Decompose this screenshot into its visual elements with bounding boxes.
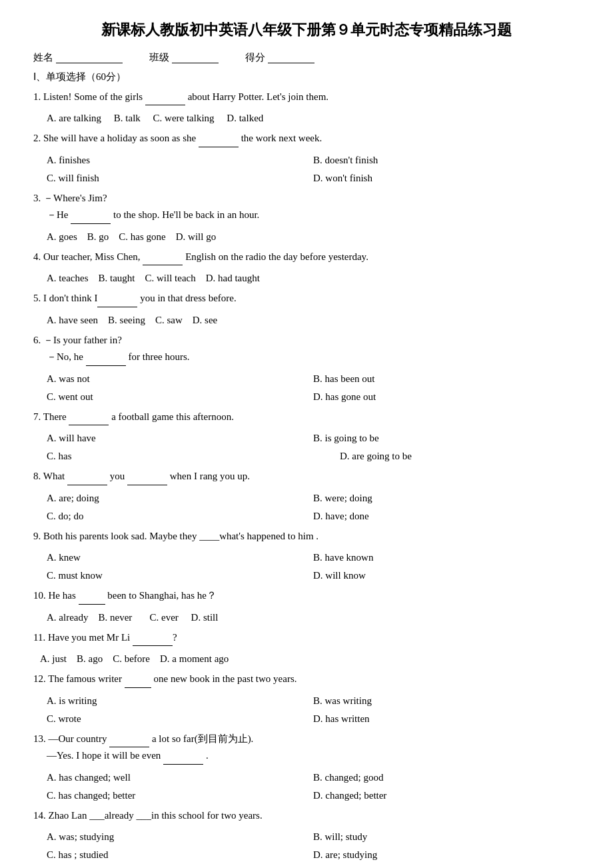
question-2: 2. She will have a holiday as soon as sh… — [33, 130, 580, 147]
section-title: Ⅰ、单项选择（60分） — [33, 71, 580, 83]
question-5: 5. I don't think I you in that dress bef… — [33, 290, 580, 307]
q8-options: A. are; doingB. were; doing C. do; doD. … — [47, 489, 580, 525]
question-12: 12. The famous writer one new book in th… — [33, 671, 580, 688]
question-1: 1. Listen! Some of the girls about Harry… — [33, 89, 580, 106]
q13-options: A. has changed; wellB. changed; good C. … — [47, 769, 580, 805]
q10-options: A. already B. never C. ever D. still — [47, 609, 580, 627]
q11-options: A. just B. ago C. before D. a moment ago — [40, 650, 580, 668]
q3-options: A. goes B. go C. has gone D. will go — [47, 228, 580, 246]
q5-options: A. have seen B. seeing C. saw D. see — [47, 311, 580, 329]
q6-options: A. was notB. has been out C. went outD. … — [47, 370, 580, 406]
question-9: 9. Both his parents look sad. Maybe they… — [33, 528, 580, 545]
question-3: 3. －Where's Jim? －He to the shop. He'll … — [33, 190, 580, 224]
score-field: 得分 — [245, 51, 314, 64]
page-title: 新课标人教版初中英语八年级下册第９单元时态专项精品练习题 — [33, 20, 580, 41]
question-11: 11. Have you met Mr Li ? — [33, 629, 580, 647]
class-field: 班级 — [149, 51, 219, 64]
q7-options: A. will haveB. is going to be C. hasD. a… — [47, 429, 580, 465]
q14-options: A. was; studyingB. will; study C. has ; … — [47, 828, 580, 864]
question-13: 13. —Our country a lot so far(到目前为止). —Y… — [33, 731, 580, 765]
question-10: 10. He has been to Shanghai, has he？ — [33, 587, 580, 605]
q2-options: A. finishesB. doesn't finish C. will fin… — [47, 151, 580, 187]
question-6: 6. －Is your father in? －No, he for three… — [33, 332, 580, 366]
question-7: 7. There a football game this afternoon. — [33, 409, 580, 426]
q9-options: A. knewB. have known C. must knowD. will… — [47, 549, 580, 585]
header-row: 姓名 班级 得分 — [33, 51, 580, 64]
q1-options: A. are talking B. talk C. were talking D… — [47, 109, 580, 127]
question-4: 4. Our teacher, Miss Chen, English on th… — [33, 249, 580, 266]
question-8: 8. What you when I rang you up. — [33, 468, 580, 485]
q4-options: A. teaches B. taught C. will teach D. ha… — [47, 269, 580, 287]
name-field: 姓名 — [33, 51, 123, 64]
q12-options: A. is writingB. was writing C. wroteD. h… — [47, 692, 580, 728]
question-14: 14. Zhao Lan ___already ___in this schoo… — [33, 807, 580, 825]
